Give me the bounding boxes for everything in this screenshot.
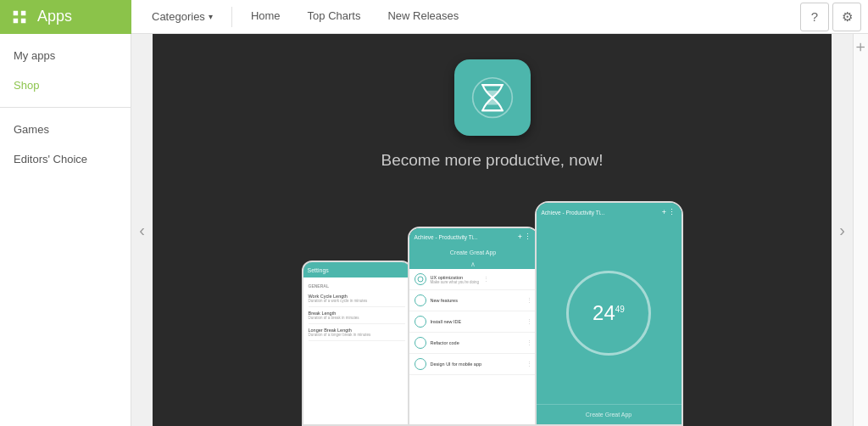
help-button[interactable]: ? bbox=[800, 3, 829, 31]
p2-item-2: New features ⋮ bbox=[409, 290, 537, 311]
header-nav: Categories ▾ Home Top Charts New Release… bbox=[131, 0, 793, 34]
settings-icon: ⚙ bbox=[842, 9, 853, 25]
phone-1-content: GENERAL Work Cycle Length Duration of a … bbox=[303, 277, 410, 424]
phone-1-topbar: Settings bbox=[303, 262, 410, 277]
hourglass-icon bbox=[471, 75, 514, 121]
nav-categories[interactable]: Categories ▾ bbox=[140, 0, 225, 34]
phone-3-body: Achieve - Productivity Ti... + ⋮ 2449 bbox=[535, 201, 683, 426]
banner-area: Become more productive, now! Settings GE… bbox=[153, 34, 832, 426]
phone-1: Settings GENERAL Work Cycle Length Durat… bbox=[302, 261, 408, 426]
sidebar-item-shop[interactable]: Shop bbox=[0, 70, 131, 100]
grid-icon bbox=[10, 8, 29, 26]
categories-label: Categories bbox=[152, 10, 205, 23]
sidebar-item-my-apps[interactable]: My apps bbox=[0, 41, 131, 70]
left-arrow-icon: ‹ bbox=[139, 221, 145, 240]
sidebar-item-games[interactable]: Games bbox=[0, 115, 131, 144]
phone-2-expand: ∧ bbox=[409, 259, 537, 269]
header-actions: ? ⚙ bbox=[793, 0, 868, 34]
nav-top-charts[interactable]: Top Charts bbox=[296, 0, 373, 34]
phone-3-footer: Create Great App bbox=[537, 404, 682, 424]
far-right-panel: ✕ bbox=[853, 34, 868, 426]
p2-item-3: Install new IDE ⋮ bbox=[409, 311, 537, 333]
p2-circle-4 bbox=[415, 337, 426, 349]
p2-circle-2 bbox=[415, 294, 426, 306]
help-icon: ? bbox=[811, 9, 818, 24]
svg-point-1 bbox=[418, 277, 423, 282]
p2-circle-1 bbox=[415, 273, 426, 285]
next-button[interactable]: › bbox=[832, 34, 853, 426]
prev-button[interactable]: ‹ bbox=[131, 34, 153, 426]
phone-3-clock-area: 2449 bbox=[537, 221, 682, 404]
p2-circle-3 bbox=[415, 316, 426, 328]
clock-circle: 2449 bbox=[566, 271, 651, 356]
right-arrow-icon: › bbox=[839, 221, 845, 240]
brand-logo[interactable]: Apps bbox=[0, 0, 131, 34]
expand-icon[interactable]: ✕ bbox=[853, 39, 868, 54]
p2-item-4: Refactor code ⋮ bbox=[409, 333, 537, 354]
main-layout: My apps Shop Games Editors' Choice ‹ bbox=[0, 34, 868, 426]
banner-tagline: Become more productive, now! bbox=[381, 151, 604, 170]
phones-container: Settings GENERAL Work Cycle Length Durat… bbox=[302, 201, 683, 426]
phone-2-header: Create Great App bbox=[409, 245, 537, 259]
app-icon-wrapper bbox=[454, 59, 531, 136]
phone-2-screen: Achieve - Productivity Ti... + ⋮ Create … bbox=[409, 228, 537, 424]
phone-1-screen: Settings GENERAL Work Cycle Length Durat… bbox=[303, 262, 410, 424]
phone-2-body: Achieve - Productivity Ti... + ⋮ Create … bbox=[408, 227, 539, 426]
nav-new-releases[interactable]: New Releases bbox=[376, 0, 470, 34]
nav-home[interactable]: Home bbox=[239, 0, 292, 34]
phone-3: Achieve - Productivity Ti... + ⋮ 2449 bbox=[539, 201, 683, 426]
brand-title: Apps bbox=[37, 8, 72, 25]
sidebar-divider bbox=[0, 107, 131, 108]
p2-item-1: UX optimization Make sure what you're do… bbox=[409, 269, 537, 290]
phone-1-item-3: Longer Break Length Duration of a longer… bbox=[309, 324, 405, 341]
phone-1-body: Settings GENERAL Work Cycle Length Durat… bbox=[302, 261, 412, 426]
check-icon bbox=[417, 276, 424, 283]
p2-item-5: Design UI for mobile app ⋮ bbox=[409, 354, 537, 375]
banner: Become more productive, now! Settings GE… bbox=[153, 34, 832, 426]
phone-2-topbar: Achieve - Productivity Ti... + ⋮ bbox=[409, 228, 537, 245]
phone-1-section: GENERAL bbox=[309, 283, 405, 289]
sidebar: My apps Shop Games Editors' Choice bbox=[0, 34, 131, 426]
phone-1-item-2: Break Length Duration of a break in minu… bbox=[309, 307, 405, 324]
phone-1-item-1: Work Cycle Length Duration of a work cyc… bbox=[309, 290, 405, 307]
phone-2: Achieve - Productivity Ti... + ⋮ Create … bbox=[408, 227, 539, 426]
clock-time: 2449 bbox=[593, 301, 625, 325]
header: Apps Categories ▾ Home Top Charts New Re… bbox=[0, 0, 868, 34]
p2-circle-5 bbox=[415, 358, 426, 370]
nav-divider bbox=[231, 7, 232, 27]
sidebar-item-editors-choice[interactable]: Editors' Choice bbox=[0, 144, 131, 174]
phone-2-list: UX optimization Make sure what you're do… bbox=[409, 269, 537, 424]
chevron-down-icon: ▾ bbox=[209, 12, 213, 21]
phone-3-screen: Achieve - Productivity Ti... + ⋮ 2449 bbox=[537, 203, 682, 424]
phone-3-topbar: Achieve - Productivity Ti... + ⋮ bbox=[537, 203, 682, 221]
settings-button[interactable]: ⚙ bbox=[832, 3, 861, 31]
